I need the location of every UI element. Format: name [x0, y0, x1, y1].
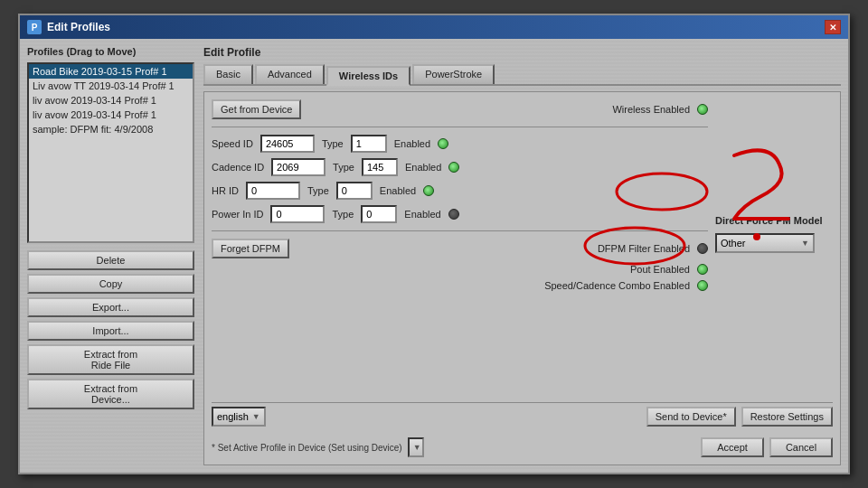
- hr-id-input[interactable]: [246, 182, 300, 200]
- profiles-label: Profiles (Drag to Move): [27, 46, 194, 57]
- title-bar-left: P Edit Profiles: [27, 20, 110, 34]
- get-from-device-button[interactable]: Get from Device: [212, 99, 301, 119]
- tab-bar: Basic Advanced Wireless IDs PowerStroke: [203, 64, 841, 86]
- profile-item[interactable]: Road Bike 2019-03-15 Prof# 1: [29, 64, 193, 79]
- delete-button[interactable]: Delete: [27, 250, 194, 270]
- cadence-id-label: Cadence ID: [212, 162, 264, 173]
- dfpm-panel: Direct Force PM Model Other ▼: [715, 99, 833, 395]
- pout-row: Pout Enabled: [212, 264, 708, 275]
- cadence-enabled-label: Enabled: [405, 162, 441, 173]
- close-button[interactable]: ✕: [825, 20, 841, 34]
- hr-id-label: HR ID: [212, 185, 239, 196]
- speed-cadence-label: Speed/Cadence Combo Enabled: [544, 280, 690, 291]
- active-profile-select[interactable]: ▼: [408, 437, 424, 457]
- hr-type-label: Type: [307, 185, 329, 196]
- speed-enabled-label: Enabled: [394, 138, 430, 149]
- left-buttons: Delete Copy Export... Import... Extract …: [27, 250, 194, 409]
- power-id-label: Power In ID: [212, 209, 263, 220]
- extract-ride-button[interactable]: Extract from Ride File: [27, 344, 194, 375]
- speed-id-label: Speed ID: [212, 138, 253, 149]
- profiles-list[interactable]: Road Bike 2019-03-15 Prof# 1Liv avow TT …: [27, 62, 194, 243]
- profile-item[interactable]: Liv avow TT 2019-03-14 Prof# 1: [29, 79, 193, 93]
- footer-bottom-row: * Set Active Profile in Device (Set usin…: [212, 434, 833, 457]
- power-type-label: Type: [332, 209, 354, 220]
- forget-dfpm-row: Forget DFPM DFPM Filter Enabled: [212, 239, 708, 258]
- extract-device-button[interactable]: Extract from Device...: [27, 379, 194, 409]
- cadence-type-label: Type: [333, 162, 354, 173]
- hr-type-input[interactable]: [336, 182, 373, 200]
- speed-type-input[interactable]: [351, 135, 387, 153]
- speed-enabled-dot: [438, 138, 448, 149]
- dialog-body: Profiles (Drag to Move) Road Bike 2019-0…: [20, 39, 848, 473]
- export-button[interactable]: Export...: [27, 297, 194, 317]
- send-to-device-button[interactable]: Send to Device*: [646, 407, 736, 427]
- dfpm-filter-dot: [697, 243, 708, 254]
- cadence-enabled-dot: [448, 162, 459, 173]
- pout-enabled-dot: [697, 264, 708, 275]
- dfpm-dropdown-arrow: ▼: [801, 239, 809, 248]
- power-id-row: Power In ID Type Enabled: [212, 205, 708, 223]
- tab-advanced[interactable]: Advanced: [255, 64, 325, 84]
- dfpm-filter-label: DFPM Filter Enabled: [598, 243, 690, 254]
- tab-wireless-ids[interactable]: Wireless IDs: [326, 66, 410, 86]
- separator2: [212, 230, 708, 231]
- get-from-device-row: Get from Device Wireless Enabled: [212, 99, 708, 119]
- dfpm-model-label: Direct Force PM Model: [715, 215, 833, 226]
- restore-settings-button[interactable]: Restore Settings: [741, 407, 833, 427]
- cadence-id-row: Cadence ID Type Enabled: [212, 158, 708, 176]
- tab-content: Get from Device Wireless Enabled Speed I…: [203, 91, 841, 465]
- app-icon: P: [27, 20, 42, 34]
- title-bar: P Edit Profiles ✕: [20, 15, 848, 39]
- language-dropdown-arrow: ▼: [252, 412, 260, 421]
- edit-profile-label: Edit Profile: [203, 46, 841, 59]
- language-value: english: [217, 411, 249, 422]
- speed-cadence-row: Speed/Cadence Combo Enabled: [212, 280, 708, 291]
- hr-enabled-label: Enabled: [380, 185, 416, 196]
- cadence-id-input[interactable]: [271, 158, 326, 176]
- copy-button[interactable]: Copy: [27, 274, 194, 294]
- dialog-title: Edit Profiles: [47, 21, 110, 33]
- separator1: [212, 127, 708, 127]
- active-profile-arrow: ▼: [413, 443, 421, 452]
- hr-enabled-dot: [423, 185, 434, 196]
- main-dialog: P Edit Profiles ✕ Profiles (Drag to Move…: [18, 14, 850, 474]
- left-panel: Profiles (Drag to Move) Road Bike 2019-0…: [27, 46, 194, 465]
- footer-row: english ▼ Send to Device* Restore Settin…: [212, 402, 833, 427]
- power-enabled-label: Enabled: [404, 209, 440, 220]
- speed-cadence-dot: [697, 280, 708, 291]
- cancel-button[interactable]: Cancel: [769, 437, 833, 457]
- hr-id-row: HR ID Type Enabled: [212, 182, 708, 200]
- tab-basic[interactable]: Basic: [203, 64, 253, 84]
- power-id-input[interactable]: [270, 205, 325, 223]
- power-enabled-dot: [448, 209, 459, 220]
- import-button[interactable]: Import...: [27, 321, 194, 341]
- profile-item[interactable]: liv avow 2019-03-14 Prof# 1: [29, 108, 193, 122]
- forget-dfpm-button[interactable]: Forget DFPM: [212, 239, 289, 258]
- profile-item[interactable]: sample: DFPM fit: 4/9/2008: [29, 122, 193, 136]
- language-select[interactable]: english ▼: [212, 407, 266, 427]
- star-note: * Set Active Profile in Device (Set usin…: [212, 443, 402, 453]
- cadence-type-input[interactable]: [362, 158, 398, 176]
- right-panel: Edit Profile Basic Advanced Wireless IDs…: [203, 46, 841, 465]
- profile-item[interactable]: liv avow 2019-03-14 Prof# 1: [29, 93, 193, 108]
- speed-type-label: Type: [322, 138, 344, 149]
- wireless-enabled-label: Wireless Enabled: [612, 104, 690, 115]
- speed-id-row: Speed ID Type Enabled: [212, 135, 708, 153]
- dfpm-model-select[interactable]: Other ▼: [715, 233, 815, 253]
- content-area: Get from Device Wireless Enabled Speed I…: [212, 99, 833, 395]
- speed-id-input[interactable]: [260, 135, 315, 153]
- accept-button[interactable]: Accept: [701, 437, 764, 457]
- main-content: Get from Device Wireless Enabled Speed I…: [212, 99, 708, 395]
- pout-label: Pout Enabled: [630, 264, 690, 275]
- dfpm-selected-value: Other: [721, 238, 746, 249]
- wireless-enabled-dot: [697, 104, 708, 115]
- power-type-input[interactable]: [361, 205, 397, 223]
- tab-powerstroke[interactable]: PowerStroke: [412, 64, 495, 84]
